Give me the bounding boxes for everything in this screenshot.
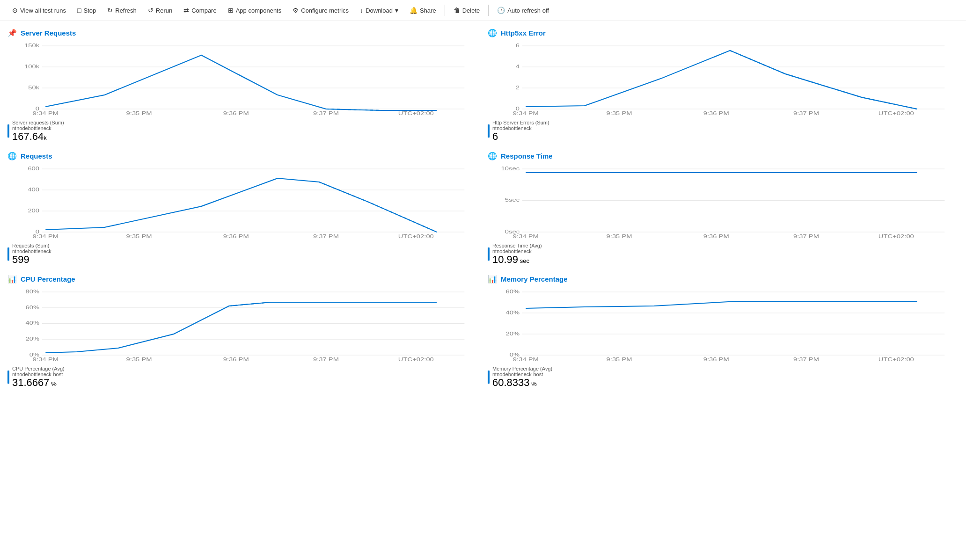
- svg-text:60%: 60%: [25, 305, 39, 310]
- legend-bar-cpu-percentage: [7, 371, 9, 384]
- svg-text:UTC+02:00: UTC+02:00: [878, 357, 914, 363]
- toolbar-separator-2: [488, 5, 489, 16]
- chart-title-text-memory-percentage: Memory Percentage: [501, 275, 568, 283]
- compare-icon: ⇄: [183, 7, 189, 14]
- svg-text:40%: 40%: [505, 311, 520, 316]
- svg-text:100k: 100k: [24, 64, 40, 69]
- download-chevron-icon: ▾: [395, 7, 398, 14]
- svg-text:UTC+02:00: UTC+02:00: [398, 357, 434, 363]
- chart-area-http5xx-error[interactable]: 64209:34 PM9:35 PM9:36 PM9:37 PMUTC+02:0…: [488, 41, 959, 116]
- chart-title-http5xx-error: 🌐Http5xx Error: [488, 29, 959, 37]
- share-icon: 🔔: [410, 7, 417, 14]
- svg-text:200: 200: [28, 208, 39, 213]
- chart-title-memory-percentage: 📊Memory Percentage: [488, 275, 959, 284]
- svg-text:20%: 20%: [25, 337, 39, 342]
- svg-text:9:34 PM: 9:34 PM: [513, 234, 539, 239]
- chart-server-requests: 📌Server Requests150k100k50k09:34 PM9:35 …: [7, 29, 478, 142]
- chart-legend-server-requests: Server requests (Sum)ntnodebottleneck167…: [7, 120, 478, 142]
- svg-text:9:37 PM: 9:37 PM: [793, 111, 819, 116]
- chart-icon-requests: 🌐: [7, 152, 17, 160]
- legend-metric-name-cpu-percentage: CPU Percentage (Avg): [12, 366, 65, 371]
- svg-text:9:36 PM: 9:36 PM: [223, 234, 249, 239]
- chart-icon-cpu-percentage: 📊: [7, 275, 17, 284]
- chart-title-server-requests: 📌Server Requests: [7, 29, 478, 37]
- svg-text:2: 2: [516, 85, 520, 90]
- chart-response-time: 🌐Response Time10sec5sec0sec9:34 PM9:35 P…: [488, 152, 959, 265]
- chart-title-text-server-requests: Server Requests: [21, 29, 76, 37]
- chart-legend-response-time: Response Time (Avg)ntnodebottleneck10.99…: [488, 243, 959, 265]
- chart-icon-http5xx-error: 🌐: [488, 29, 497, 37]
- svg-text:UTC+02:00: UTC+02:00: [878, 234, 914, 239]
- svg-text:9:35 PM: 9:35 PM: [126, 234, 152, 239]
- chart-title-requests: 🌐Requests: [7, 152, 478, 160]
- svg-text:9:37 PM: 9:37 PM: [793, 234, 819, 239]
- svg-text:9:36 PM: 9:36 PM: [703, 111, 729, 116]
- legend-bar-requests: [7, 247, 9, 261]
- legend-bar-http5xx-error: [488, 124, 490, 138]
- configure-metrics-icon: ⚙: [293, 7, 299, 14]
- legend-bar-response-time: [488, 247, 490, 261]
- svg-text:60%: 60%: [505, 290, 520, 295]
- svg-text:9:37 PM: 9:37 PM: [313, 357, 339, 363]
- toolbar: ⊙ View all test runs □ Stop ↻ Refresh ↺ …: [0, 0, 966, 21]
- chart-title-cpu-percentage: 📊CPU Percentage: [7, 275, 478, 284]
- svg-text:80%: 80%: [25, 290, 39, 295]
- legend-metric-name-server-requests: Server requests (Sum): [12, 120, 64, 125]
- chart-title-text-requests: Requests: [21, 152, 52, 160]
- chart-title-response-time: 🌐Response Time: [488, 152, 959, 160]
- share-btn[interactable]: 🔔 Share: [405, 4, 441, 17]
- auto-refresh-icon: 🕐: [497, 7, 505, 14]
- svg-text:9:35 PM: 9:35 PM: [607, 111, 632, 116]
- configure-metrics-btn[interactable]: ⚙ Configure metrics: [288, 4, 353, 17]
- chart-area-requests[interactable]: 60040020009:34 PM9:35 PM9:36 PM9:37 PMUT…: [7, 164, 478, 239]
- chart-area-memory-percentage[interactable]: 60%40%20%0%9:34 PM9:35 PM9:36 PM9:37 PMU…: [488, 287, 959, 362]
- svg-text:150k: 150k: [24, 43, 40, 48]
- svg-text:9:36 PM: 9:36 PM: [223, 357, 249, 363]
- legend-value-cpu-percentage: 31.6667 %: [12, 377, 65, 388]
- view-all-icon: ⊙: [12, 7, 18, 14]
- svg-text:UTC+02:00: UTC+02:00: [878, 111, 914, 116]
- refresh-btn[interactable]: ↻ Refresh: [102, 4, 141, 17]
- svg-text:400: 400: [28, 187, 39, 192]
- download-btn[interactable]: ↓ Download ▾: [355, 4, 403, 17]
- auto-refresh-btn[interactable]: 🕐 Auto refresh off: [492, 4, 554, 17]
- svg-text:9:35 PM: 9:35 PM: [126, 111, 152, 116]
- svg-text:9:35 PM: 9:35 PM: [126, 357, 152, 363]
- chart-requests: 🌐Requests60040020009:34 PM9:35 PM9:36 PM…: [7, 152, 478, 265]
- svg-text:9:35 PM: 9:35 PM: [607, 234, 632, 239]
- chart-legend-requests: Requests (Sum)ntnodebottleneck599: [7, 243, 478, 265]
- svg-text:UTC+02:00: UTC+02:00: [398, 111, 434, 116]
- stop-btn[interactable]: □ Stop: [73, 4, 101, 17]
- svg-text:6: 6: [516, 43, 520, 48]
- chart-title-text-cpu-percentage: CPU Percentage: [21, 275, 75, 283]
- chart-area-cpu-percentage[interactable]: 80%60%40%20%0%9:34 PM9:35 PM9:36 PM9:37 …: [7, 287, 478, 362]
- rerun-icon: ↺: [148, 7, 154, 14]
- refresh-icon: ↻: [107, 7, 113, 14]
- chart-memory-percentage: 📊Memory Percentage60%40%20%0%9:34 PM9:35…: [488, 275, 959, 388]
- legend-metric-name-http5xx-error: Http Server Errors (Sum): [492, 120, 549, 125]
- chart-legend-cpu-percentage: CPU Percentage (Avg)ntnodebottleneck-hos…: [7, 366, 478, 388]
- svg-text:9:34 PM: 9:34 PM: [33, 234, 59, 239]
- svg-text:9:34 PM: 9:34 PM: [513, 111, 539, 116]
- chart-icon-memory-percentage: 📊: [488, 275, 497, 284]
- legend-value-unit-response-time: sec: [518, 257, 529, 264]
- toolbar-separator: [445, 5, 445, 16]
- legend-value-response-time: 10.99 sec: [492, 254, 542, 265]
- chart-title-text-response-time: Response Time: [501, 152, 553, 160]
- stop-icon: □: [77, 7, 81, 14]
- rerun-btn[interactable]: ↺ Rerun: [143, 4, 177, 17]
- delete-icon: 🗑: [454, 7, 460, 14]
- app-components-btn[interactable]: ⊞ App components: [223, 4, 286, 17]
- chart-http5xx-error: 🌐Http5xx Error64209:34 PM9:35 PM9:36 PM9…: [488, 29, 959, 142]
- svg-text:600: 600: [28, 166, 39, 171]
- chart-area-response-time[interactable]: 10sec5sec0sec9:34 PM9:35 PM9:36 PM9:37 P…: [488, 164, 959, 239]
- delete-btn[interactable]: 🗑 Delete: [449, 4, 485, 17]
- legend-bar-server-requests: [7, 124, 9, 138]
- compare-btn[interactable]: ⇄ Compare: [179, 4, 221, 17]
- svg-text:4: 4: [516, 64, 520, 69]
- legend-value-server-requests: 167.64k: [12, 131, 64, 142]
- view-all-btn[interactable]: ⊙ View all test runs: [7, 4, 71, 17]
- svg-text:40%: 40%: [25, 321, 39, 326]
- chart-area-server-requests[interactable]: 150k100k50k09:34 PM9:35 PM9:36 PM9:37 PM…: [7, 41, 478, 116]
- svg-text:9:34 PM: 9:34 PM: [513, 357, 539, 363]
